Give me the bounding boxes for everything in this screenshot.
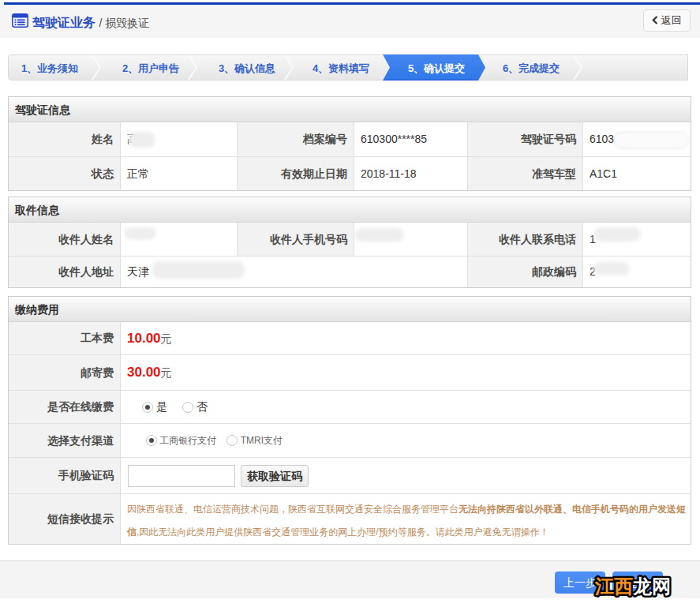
svg-text:2、用户申告: 2、用户申告 — [122, 62, 179, 74]
svg-text:1、业务须知: 1、业务须知 — [21, 62, 78, 74]
svg-text:3、确认信息: 3、确认信息 — [219, 62, 275, 74]
svg-text:6、完成提交: 6、完成提交 — [503, 62, 560, 74]
svg-text:4、资料填写: 4、资料填写 — [313, 62, 369, 74]
svg-text:江西龙网: 江西龙网 — [594, 575, 671, 597]
svg-text:5、确认提交: 5、确认提交 — [408, 62, 465, 74]
